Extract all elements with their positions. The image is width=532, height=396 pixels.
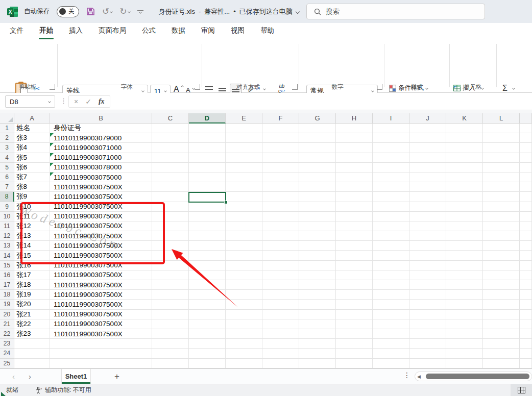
cell-A16[interactable]: 张17 bbox=[14, 270, 50, 280]
cell-B24[interactable] bbox=[50, 349, 152, 358]
cell-F3[interactable] bbox=[262, 143, 299, 153]
formula-input[interactable] bbox=[110, 95, 532, 108]
cell-L16[interactable] bbox=[483, 270, 520, 280]
cell-A10[interactable]: 张11 bbox=[14, 212, 50, 221]
column-header-partial[interactable] bbox=[520, 113, 532, 123]
cell-G11[interactable] bbox=[299, 221, 336, 231]
cell-I10[interactable] bbox=[373, 212, 409, 221]
cell-I14[interactable] bbox=[373, 251, 409, 260]
cell-I23[interactable] bbox=[373, 339, 409, 349]
cell-G12[interactable] bbox=[299, 231, 336, 241]
cell-J7[interactable] bbox=[409, 182, 446, 192]
cell-C25[interactable] bbox=[152, 359, 189, 368]
cell-E20[interactable] bbox=[226, 310, 262, 319]
cell-B6[interactable]: 110101199003075000 bbox=[50, 172, 152, 182]
cell-H2[interactable] bbox=[336, 133, 373, 143]
cell-F24[interactable] bbox=[262, 349, 299, 358]
cell-K17[interactable] bbox=[446, 280, 483, 290]
prev-sheet-button[interactable]: ‹ bbox=[12, 369, 15, 384]
cell-C5[interactable] bbox=[152, 163, 189, 172]
cell-I11[interactable] bbox=[373, 221, 409, 231]
cell-H4[interactable] bbox=[336, 153, 373, 163]
cell-K3[interactable] bbox=[446, 143, 483, 153]
cell-H17[interactable] bbox=[336, 280, 373, 290]
cell-E4[interactable] bbox=[226, 153, 262, 163]
column-header-F[interactable]: F bbox=[262, 113, 299, 123]
cell-B5[interactable]: 110101199003078000 bbox=[50, 163, 152, 172]
cell-D10[interactable] bbox=[189, 212, 226, 221]
cell-L18[interactable] bbox=[483, 290, 520, 300]
cell-E18[interactable] bbox=[226, 290, 262, 300]
cell-J23[interactable] bbox=[409, 339, 446, 349]
menu-tab-视图[interactable]: 视图 bbox=[229, 22, 246, 40]
cell-B25[interactable] bbox=[50, 359, 152, 368]
cell-K15[interactable] bbox=[446, 261, 483, 270]
cell-A3[interactable]: 张4 bbox=[14, 143, 50, 153]
cell-K22[interactable] bbox=[446, 329, 483, 339]
cell-I7[interactable] bbox=[373, 182, 409, 192]
cell-D14[interactable] bbox=[189, 251, 226, 260]
row-header-17[interactable]: 17 bbox=[0, 280, 14, 290]
cell-H22[interactable] bbox=[336, 329, 373, 339]
row-header-15[interactable]: 15 bbox=[0, 261, 14, 270]
column-header-B[interactable]: B bbox=[50, 113, 152, 123]
cell-D5[interactable] bbox=[189, 163, 226, 172]
cell-C7[interactable] bbox=[152, 182, 189, 192]
cell-D3[interactable] bbox=[189, 143, 226, 153]
cell-D19[interactable] bbox=[189, 300, 226, 309]
cell-M24[interactable] bbox=[520, 349, 532, 358]
cell-B2[interactable]: 110101199003079000 bbox=[50, 133, 152, 143]
customize-toolbar-button[interactable] bbox=[137, 10, 143, 13]
cell-H14[interactable] bbox=[336, 251, 373, 260]
formula-bar-grip[interactable]: ⋮ bbox=[60, 97, 67, 105]
cell-F22[interactable] bbox=[262, 329, 299, 339]
cell-H12[interactable] bbox=[336, 231, 373, 241]
cell-I19[interactable] bbox=[373, 300, 409, 309]
cell-M15[interactable] bbox=[520, 261, 532, 270]
horizontal-scrollbar[interactable]: ◀ bbox=[415, 372, 532, 381]
cell-J10[interactable] bbox=[409, 212, 446, 221]
cell-B7[interactable]: 11010119900307500X bbox=[50, 182, 152, 192]
cell-M23[interactable] bbox=[520, 339, 532, 349]
tabbar-more-button[interactable]: ⋮ bbox=[403, 371, 410, 379]
cell-I4[interactable] bbox=[373, 153, 409, 163]
cell-L2[interactable] bbox=[483, 133, 520, 143]
cell-A11[interactable]: 张12 bbox=[14, 221, 50, 231]
row-header-10[interactable]: 10 bbox=[0, 212, 14, 221]
row-header-16[interactable]: 16 bbox=[0, 270, 14, 280]
cell-B16[interactable]: 11010119900307500X bbox=[50, 270, 152, 280]
cell-H25[interactable] bbox=[336, 359, 373, 368]
cell-F25[interactable] bbox=[262, 359, 299, 368]
cell-E17[interactable] bbox=[226, 280, 262, 290]
row-header-11[interactable]: 11 bbox=[0, 221, 14, 231]
cell-J25[interactable] bbox=[409, 359, 446, 368]
cell-H7[interactable] bbox=[336, 182, 373, 192]
cell-K16[interactable] bbox=[446, 270, 483, 280]
column-header-E[interactable]: E bbox=[226, 113, 262, 123]
cell-D12[interactable] bbox=[189, 231, 226, 241]
menu-tab-开始[interactable]: 开始 bbox=[38, 22, 55, 40]
menu-tab-文件[interactable]: 文件 bbox=[8, 22, 25, 40]
cell-B4[interactable]: 110101199003071000 bbox=[50, 153, 152, 163]
cell-M11[interactable] bbox=[520, 221, 532, 231]
cell-G15[interactable] bbox=[299, 261, 336, 270]
cell-D25[interactable] bbox=[189, 359, 226, 368]
row-header-18[interactable]: 18 bbox=[0, 290, 14, 300]
cell-J2[interactable] bbox=[409, 133, 446, 143]
cell-E9[interactable] bbox=[226, 202, 262, 212]
cell-K11[interactable] bbox=[446, 221, 483, 231]
cell-E14[interactable] bbox=[226, 251, 262, 260]
cell-H8[interactable] bbox=[336, 192, 373, 202]
cell-J12[interactable] bbox=[409, 231, 446, 241]
cell-B20[interactable]: 11010119900307500X bbox=[50, 310, 152, 319]
cell-B12[interactable]: 11010119900307500X bbox=[50, 231, 152, 241]
cell-K21[interactable] bbox=[446, 319, 483, 329]
cell-C22[interactable] bbox=[152, 329, 189, 339]
cell-F14[interactable] bbox=[262, 251, 299, 260]
cell-B3[interactable]: 110101199003071000 bbox=[50, 143, 152, 153]
cell-G13[interactable] bbox=[299, 241, 336, 251]
cell-L17[interactable] bbox=[483, 280, 520, 290]
cell-M3[interactable] bbox=[520, 143, 532, 153]
cell-A17[interactable]: 张18 bbox=[14, 280, 50, 290]
cell-M20[interactable] bbox=[520, 310, 532, 319]
